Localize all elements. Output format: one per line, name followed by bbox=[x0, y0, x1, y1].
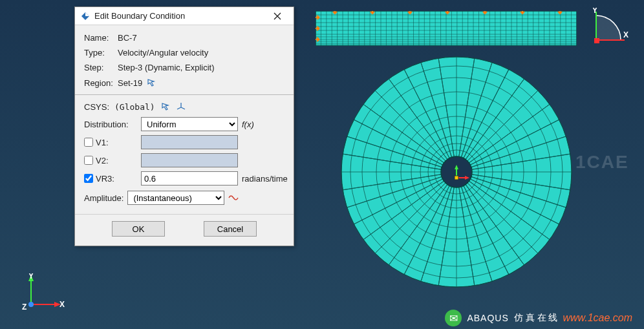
svg-text:X: X bbox=[623, 30, 628, 39]
svg-rect-482 bbox=[455, 176, 458, 180]
ok-button[interactable]: OK bbox=[112, 221, 165, 237]
watermark: 1CAE bbox=[575, 152, 629, 173]
distribution-select[interactable]: Uniform bbox=[141, 117, 238, 131]
amplitude-label: Amplitude: bbox=[84, 193, 123, 203]
app-icon bbox=[80, 11, 91, 21]
type-value: Velocity/Angular velocity bbox=[118, 48, 284, 58]
region-label: Region: bbox=[84, 78, 114, 88]
close-button[interactable] bbox=[266, 9, 288, 23]
vr3-unit: radians/time bbox=[242, 174, 288, 184]
csys-value: (Global) bbox=[114, 102, 155, 112]
v2-checkbox[interactable]: V2: bbox=[84, 156, 137, 165]
amplitude-create-icon[interactable] bbox=[228, 193, 239, 203]
cancel-button[interactable]: Cancel bbox=[204, 221, 257, 237]
dialog-titlebar[interactable]: Edit Boundary Condition bbox=[75, 7, 294, 25]
dialog-body: Name:BC-7 Type:Velocity/Angular velocity… bbox=[75, 25, 294, 246]
vr3-checkbox[interactable]: VR3: bbox=[84, 174, 137, 184]
vr3-input[interactable] bbox=[141, 171, 238, 186]
name-value: BC-7 bbox=[118, 33, 284, 43]
csys-label: CSYS: bbox=[84, 102, 109, 112]
viewport[interactable]: 1CAE bbox=[297, 0, 644, 329]
pick-region-icon[interactable] bbox=[146, 78, 156, 88]
footer-tag: 仿 真 在 线 bbox=[514, 312, 558, 324]
step-label: Step: bbox=[84, 63, 114, 72]
svg-marker-481 bbox=[465, 176, 469, 180]
amplitude-select[interactable]: (Instantaneous) bbox=[127, 191, 224, 205]
svg-rect-487 bbox=[594, 38, 599, 43]
rect-mesh bbox=[316, 11, 577, 46]
pick-csys-icon[interactable] bbox=[160, 101, 171, 112]
name-label: Name: bbox=[84, 33, 114, 43]
v1-checkbox[interactable]: V1: bbox=[84, 138, 137, 147]
distribution-label: Distribution: bbox=[84, 118, 137, 131]
step-value: Step-3 (Dynamic, Explicit) bbox=[118, 63, 284, 72]
svg-marker-479 bbox=[455, 165, 458, 169]
region-value: Set-19 bbox=[118, 78, 142, 88]
edit-bc-dialog: Edit Boundary Condition Name:BC-7 Type:V… bbox=[74, 6, 294, 246]
svg-point-494 bbox=[28, 302, 34, 307]
footer-brand: ABAQUS bbox=[467, 313, 508, 323]
type-label: Type: bbox=[84, 48, 114, 58]
footer: ✉ ABAQUS 仿 真 在 线 www.1cae.com bbox=[445, 310, 632, 326]
footer-url: www.1cae.com bbox=[563, 312, 632, 324]
csys-triad-icon[interactable] bbox=[176, 101, 186, 112]
model-triad bbox=[444, 165, 469, 191]
global-triad: Y X Z bbox=[19, 273, 65, 312]
svg-marker-1 bbox=[85, 12, 89, 16]
svg-text:Y: Y bbox=[592, 8, 597, 15]
fx-label: f(x) bbox=[242, 120, 288, 129]
v2-input[interactable] bbox=[141, 153, 238, 167]
svg-text:Y: Y bbox=[28, 273, 34, 281]
view-cube-triad: Y X bbox=[591, 8, 630, 47]
divider bbox=[75, 94, 294, 95]
svg-text:Z: Z bbox=[22, 302, 27, 312]
wechat-icon: ✉ bbox=[445, 310, 462, 326]
v1-input[interactable] bbox=[141, 135, 238, 149]
svg-text:X: X bbox=[59, 300, 65, 309]
dialog-title: Edit Boundary Condition bbox=[94, 11, 266, 21]
